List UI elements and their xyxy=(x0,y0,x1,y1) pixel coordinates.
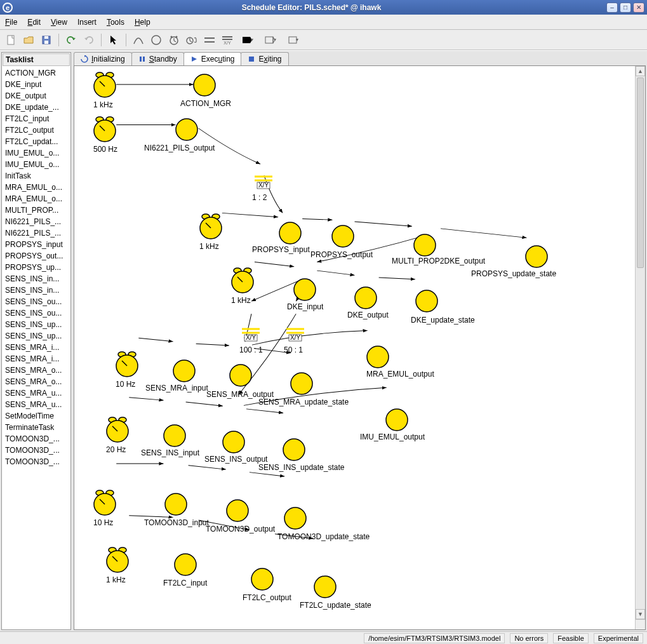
task-node[interactable] xyxy=(174,553,197,576)
divider-tool[interactable]: X/Y xyxy=(220,33,234,47)
task-node[interactable] xyxy=(415,290,438,312)
task-node[interactable] xyxy=(290,372,313,395)
tasklist-item[interactable]: FT2LC_output xyxy=(3,124,70,136)
menu-edit[interactable]: Edit xyxy=(27,18,41,27)
scroll-down-button[interactable]: ▼ xyxy=(636,609,645,619)
tasklist-item[interactable]: IMU_EMUL_o... xyxy=(3,147,70,159)
minimize-button[interactable]: – xyxy=(606,3,618,13)
shape-dropdown-3[interactable]: ▾ xyxy=(284,33,303,47)
tasklist-item[interactable]: DKE_output xyxy=(3,90,70,102)
tasklist-item[interactable]: TOMOON3D_... xyxy=(3,445,70,456)
open-button[interactable] xyxy=(22,33,36,47)
task-node[interactable] xyxy=(354,286,377,309)
tasklist-item[interactable]: SENS_MRA_u... xyxy=(3,399,70,410)
alarm-tool[interactable] xyxy=(185,33,199,47)
menu-insert[interactable]: Insert xyxy=(77,18,97,27)
task-node[interactable] xyxy=(226,499,249,522)
save-button[interactable] xyxy=(39,33,53,47)
rate-divider[interactable]: X/Y xyxy=(253,174,274,192)
redo-button[interactable] xyxy=(82,33,96,47)
tasklist-item[interactable]: NI6221_PILS_... xyxy=(3,216,70,227)
task-node[interactable] xyxy=(279,222,302,245)
task-node[interactable] xyxy=(193,74,216,97)
tasklist-item[interactable]: FT2LC_input xyxy=(3,113,70,124)
task-node[interactable] xyxy=(331,225,354,248)
tab-executing[interactable]: Executing xyxy=(183,52,242,65)
tasklist-item[interactable]: TOMOON3D_... xyxy=(3,456,70,467)
task-node[interactable] xyxy=(385,408,408,431)
tasklist-item[interactable]: SENS_INS_in... xyxy=(3,273,70,285)
shape-dropdown-1[interactable]: ▾ xyxy=(238,33,257,47)
task-node[interactable] xyxy=(283,438,305,461)
task-node[interactable] xyxy=(173,359,196,382)
clock-node[interactable] xyxy=(114,351,140,379)
tasklist-item[interactable]: FT2LC_updat... xyxy=(3,136,70,147)
task-node[interactable] xyxy=(293,278,316,301)
tasklist-item[interactable]: SENS_MRA_u... xyxy=(3,387,70,399)
clock-node[interactable] xyxy=(105,416,130,444)
graph-canvas[interactable]: 1 kHzACTION_MGR500 HzNI6221_PILS_outputX… xyxy=(74,66,635,619)
menu-view[interactable]: View xyxy=(51,18,67,27)
tasklist-item[interactable]: PROPSYS_up... xyxy=(3,262,70,273)
tasklist-item[interactable]: DKE_update_... xyxy=(3,102,70,113)
tasklist-item[interactable]: SENS_INS_in... xyxy=(3,285,70,296)
tasklist-item[interactable]: NI6221_PILS_... xyxy=(3,227,70,239)
rate-divider[interactable]: X/Y xyxy=(241,326,261,344)
vertical-scrollbar[interactable]: ▲ ▼ xyxy=(635,66,645,619)
tasklist-header[interactable]: Tasklist xyxy=(3,53,70,66)
tasklist-item[interactable]: MRA_EMUL_o... xyxy=(3,193,70,205)
shape-dropdown-2[interactable]: ▾ xyxy=(261,33,280,47)
tasklist-item[interactable]: SetModelTime xyxy=(3,410,70,422)
tasklist-item[interactable]: SENS_MRA_o... xyxy=(3,376,70,387)
tasklist-item[interactable]: MULTI_PROP... xyxy=(3,205,70,216)
tasklist-item[interactable]: SENS_MRA_i... xyxy=(3,353,70,365)
rate-divider[interactable]: X/Y xyxy=(285,326,305,344)
tasklist-item[interactable]: MRA_EMUL_o... xyxy=(3,182,70,193)
task-node[interactable] xyxy=(413,234,436,257)
arc-tool[interactable] xyxy=(131,33,145,47)
maximize-button[interactable]: □ xyxy=(620,3,631,13)
task-node[interactable] xyxy=(366,345,389,368)
clock-node[interactable] xyxy=(105,546,130,574)
tab-initializing[interactable]: Initializing xyxy=(74,52,132,65)
tasklist-item[interactable]: IMU_EMUL_o... xyxy=(3,159,70,170)
clock-node[interactable] xyxy=(198,213,223,241)
tasklist-item[interactable]: SENS_INS_up... xyxy=(3,330,70,342)
task-node[interactable] xyxy=(314,575,337,598)
circle-tool[interactable] xyxy=(149,33,163,47)
tasklist-item[interactable]: SENS_INS_up... xyxy=(3,319,70,330)
scroll-up-button[interactable]: ▲ xyxy=(636,66,645,76)
undo-button[interactable] xyxy=(64,33,78,47)
tasklist-item[interactable]: PROPSYS_input xyxy=(3,239,70,250)
tasklist-item[interactable]: InitTask xyxy=(3,170,70,182)
new-button[interactable] xyxy=(4,33,18,47)
tasklist-item[interactable]: TOMOON3D_... xyxy=(3,433,70,445)
lines-tool[interactable] xyxy=(203,33,217,47)
task-node[interactable] xyxy=(164,493,187,516)
clock-node[interactable] xyxy=(230,267,255,295)
task-node[interactable] xyxy=(222,431,245,453)
tasklist-item[interactable]: PROPSYS_out... xyxy=(3,250,70,262)
scrollbar-thumb[interactable] xyxy=(637,77,644,268)
task-node[interactable] xyxy=(163,424,186,447)
task-node[interactable] xyxy=(251,568,274,591)
clock-node[interactable] xyxy=(92,71,117,99)
clock-tool[interactable] xyxy=(167,33,181,47)
menu-file[interactable]: Filedocument.currentScript.previousEleme… xyxy=(5,18,17,27)
menu-help[interactable]: Help xyxy=(135,18,150,27)
tasklist-item[interactable]: SENS_INS_ou... xyxy=(3,307,70,319)
menu-tools[interactable]: Tools xyxy=(107,18,124,27)
tasklist-item[interactable]: SENS_MRA_i... xyxy=(3,342,70,353)
clock-node[interactable] xyxy=(92,116,117,144)
task-node[interactable] xyxy=(175,118,198,141)
clock-node[interactable] xyxy=(92,489,117,517)
tasklist-item[interactable]: DKE_input xyxy=(3,79,70,90)
tab-standby[interactable]: Standby xyxy=(131,52,184,65)
task-node[interactable] xyxy=(525,245,548,268)
close-button[interactable]: ✕ xyxy=(633,3,644,13)
tasklist-item[interactable]: SENS_INS_ou... xyxy=(3,296,70,307)
task-node[interactable] xyxy=(229,364,252,387)
tasklist-item[interactable]: TerminateTask xyxy=(3,422,70,433)
tab-exiting[interactable]: Exiting xyxy=(241,52,288,65)
task-node[interactable] xyxy=(284,507,307,530)
